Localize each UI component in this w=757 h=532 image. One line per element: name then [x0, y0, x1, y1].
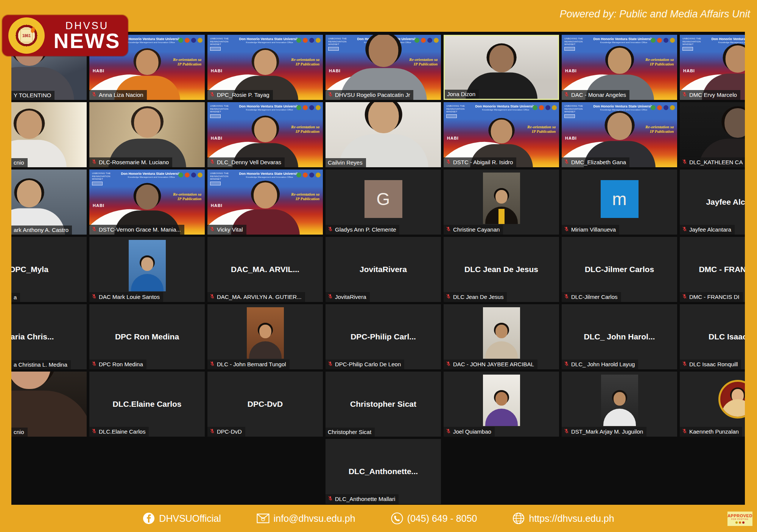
footer-email[interactable]: info@dhvsu.edu.ph: [257, 513, 355, 524]
muted-mic-icon: [564, 361, 569, 367]
participant-silhouette: [483, 375, 520, 426]
facebook-icon: [143, 512, 155, 524]
participant-tile[interactable]: DLC - John Bernard Tungol: [207, 304, 323, 369]
participant-tile[interactable]: cnio: [11, 372, 87, 437]
participant-tile[interactable]: JovitaRiveraJovitaRivera: [326, 237, 441, 302]
footer-website[interactable]: https://dhvsu.edu.ph: [512, 512, 614, 524]
participant-tile[interactable]: UNBOXING THEREINNOVATIONMINDSETDon Honor…: [207, 102, 323, 167]
letter-avatar: G: [364, 180, 402, 218]
participant-tile[interactable]: Cailvin Reyes: [326, 102, 441, 167]
participant-silhouette: [444, 35, 559, 99]
muted-mic-icon: [328, 361, 333, 367]
participant-tile[interactable]: UNBOXING THEREINNOVATIONMINDSETDon Honor…: [680, 35, 745, 100]
participant-tile[interactable]: ark Anthony A. Castro: [11, 170, 87, 235]
participant-name-label: DLC-Rosemarie M. Luciano: [89, 157, 172, 167]
participant-tile[interactable]: DLC Jean De JesusDLC Jean De Jesus: [444, 237, 559, 302]
email-icon: [257, 513, 269, 523]
participant-name-label: Anna Liza Nacion: [89, 90, 147, 100]
participant-name-label: DAC Mark Louie Santos: [89, 292, 163, 302]
participant-tile[interactable]: DLC-Rosemarie M. Luciano: [89, 102, 205, 167]
participant-tile[interactable]: UNBOXING THEREINNOVATIONMINDSETDon Honor…: [326, 35, 441, 100]
participant-tile[interactable]: DLC_ John Harol...DLC_ John Harold Layug: [562, 304, 677, 369]
zoom-gallery-view: Y TOLENTINOUNBOXING THEREINNOVATIONMINDS…: [11, 32, 745, 505]
participant-tile[interactable]: DPC-DvDDPC-DvD: [207, 372, 323, 437]
muted-mic-icon: [92, 226, 97, 233]
participant-silhouette: [720, 382, 745, 417]
participant-tile[interactable]: DAC Mark Louie Santos: [89, 237, 205, 302]
participant-name-label: a Christina L. Medina: [11, 360, 71, 369]
muted-mic-icon: [564, 159, 569, 165]
participant-grid: Y TOLENTINOUNBOXING THEREINNOVATIONMINDS…: [11, 35, 745, 504]
letter-avatar: m: [601, 180, 639, 218]
participant-name-label: DMC - FRANCIS DI: [680, 292, 743, 302]
participant-tile[interactable]: cnio: [11, 102, 87, 167]
participant-name-label: Christopher Sicat: [326, 428, 375, 437]
muted-mic-icon: [682, 226, 687, 233]
profile-photo-avatar: [483, 173, 520, 224]
participant-tile[interactable]: UNBOXING THEREINNOVATIONMINDSETDon Honor…: [89, 170, 205, 235]
participant-display-name: DPC_Myla: [11, 237, 87, 302]
participant-tile[interactable]: DLC_KATHLEEN CA: [680, 102, 745, 167]
participant-tile[interactable]: DLC-Jilmer CarlosDLC-Jilmer Carlos: [562, 237, 677, 302]
muted-mic-icon: [210, 159, 215, 165]
participant-silhouette: [11, 102, 87, 167]
participant-tile[interactable]: GGladys Ann P. Clemente: [326, 170, 441, 235]
participant-tile[interactable]: DLC_Anthonette...DLC_Anthonette Mallari: [326, 439, 441, 504]
muted-mic-icon: [92, 294, 97, 300]
footer-phone[interactable]: (045) 649 - 8050: [391, 512, 477, 524]
participant-tile[interactable]: Jona Dizon: [444, 35, 559, 100]
participant-tile[interactable]: UNBOXING THEREINNOVATIONMINDSETDon Honor…: [207, 170, 323, 235]
participant-tile[interactable]: Jayfee AlcantaraJayfee Alcantara: [680, 170, 745, 235]
participant-name-label: cnio: [11, 428, 28, 437]
muted-mic-icon: [682, 428, 687, 435]
participant-name-label: Miriam Villanueva: [562, 225, 619, 235]
participant-name-label: DPC_Rosie P. Tayag: [207, 90, 273, 100]
participant-tile[interactable]: DMC - FRANCIS DI...DMC - FRANCIS DI: [680, 237, 745, 302]
participant-name-label: a: [11, 293, 20, 302]
participant-tile[interactable]: UNBOXING THEREINNOVATIONMINDSETDon Honor…: [444, 102, 559, 167]
footer-facebook[interactable]: DHVSUOfficial: [143, 512, 221, 524]
participant-tile[interactable]: Christine Cayanan: [444, 170, 559, 235]
participant-name-label: DLC_Anthonette Mallari: [326, 494, 399, 504]
participant-tile[interactable]: UNBOXING THEREINNOVATIONMINDSETDon Honor…: [562, 102, 677, 167]
participant-tile[interactable]: Kaenneth Punzalan: [680, 372, 745, 437]
participant-name-label: DLC_Denny Vell Devaras: [207, 157, 285, 167]
participant-tile[interactable]: Joel Quiambao: [444, 372, 559, 437]
footer-bar: DHVSUOfficial info@dhvsu.edu.ph (045) 64…: [0, 505, 757, 532]
participant-name-label: DSTC-Vernon Grace M. Mania...: [89, 225, 184, 235]
participant-name-label: DLC_ John Harold Layug: [562, 359, 638, 369]
participant-tile[interactable]: DAC - JOHN JAYBEE ARCIBAL: [444, 304, 559, 369]
muted-mic-icon: [328, 294, 333, 300]
participant-tile[interactable]: Maria Chris...a Christina L. Medina: [11, 304, 87, 369]
muted-mic-icon: [210, 294, 215, 300]
participant-tile[interactable]: DLC Isaac Ro...DLC Isaac Ronquill: [680, 304, 745, 369]
participant-name-label: DHVSU Rogelio Pacatcatin Jr: [326, 90, 413, 100]
participant-tile[interactable]: UNBOXING THEREINNOVATIONMINDSETDon Honor…: [562, 35, 677, 100]
muted-mic-icon: [328, 92, 333, 98]
participant-name-label: Jona Dizon: [445, 90, 479, 99]
muted-mic-icon: [92, 92, 97, 98]
dhvsu-news-logo: 1861 DHVSU NEWS: [2, 15, 128, 56]
participant-tile[interactable]: DPC Ron MedinaDPC Ron Medina: [89, 304, 205, 369]
participant-name-label: DLC.Elaine Carlos: [89, 427, 149, 437]
globe-icon: [512, 512, 525, 524]
participant-display-name: Christopher Sicat: [326, 372, 441, 437]
muted-mic-icon: [446, 428, 451, 435]
participant-name-label: DLC - John Bernard Tungol: [207, 359, 290, 369]
participant-name-label: cnio: [11, 158, 28, 167]
participant-tile[interactable]: UNBOXING THEREINNOVATIONMINDSETDon Honor…: [207, 35, 323, 100]
participant-name-label: JovitaRivera: [326, 292, 370, 302]
participant-name-label: DLC-Jilmer Carlos: [562, 292, 621, 302]
muted-mic-icon: [564, 226, 569, 233]
participant-tile[interactable]: DST_Mark Arjay M. Juguilon: [562, 372, 677, 437]
muted-mic-icon: [328, 226, 333, 233]
participant-tile[interactable]: DLC.Elaine CarlosDLC.Elaine Carlos: [89, 372, 205, 437]
participant-name-label: DSTC - Abigail R. Isidro: [444, 157, 516, 167]
muted-mic-icon: [92, 361, 97, 367]
participant-tile[interactable]: DPC_Mylaa: [11, 237, 87, 302]
participant-tile[interactable]: mMiriam Villanueva: [562, 170, 677, 235]
participant-silhouette: [483, 307, 520, 359]
participant-tile[interactable]: DPC-Philip Carl...DPC-Philip Carlo De Le…: [326, 304, 441, 369]
participant-tile[interactable]: Christopher SicatChristopher Sicat: [326, 372, 441, 437]
participant-tile[interactable]: DAC_MA. ARVIL...DAC_MA. ARVILYN A. GUTIE…: [207, 237, 323, 302]
